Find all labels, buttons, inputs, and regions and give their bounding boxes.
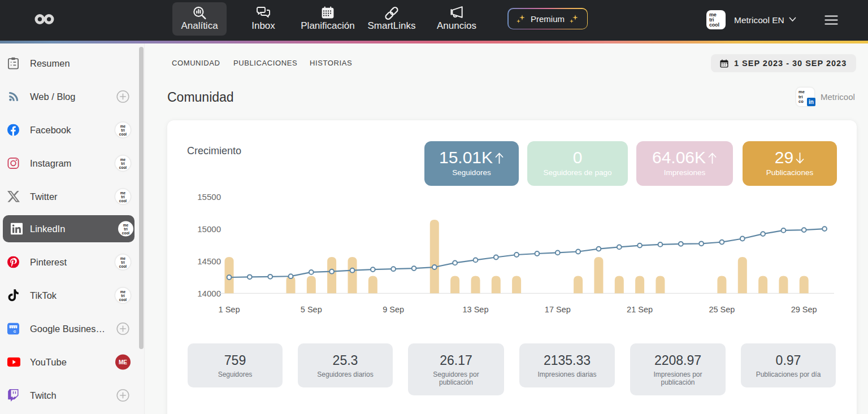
svg-text:9 Sep: 9 Sep — [383, 305, 404, 314]
svg-text:13 Sep: 13 Sep — [463, 305, 489, 314]
svg-text:1 Sep: 1 Sep — [219, 305, 240, 314]
svg-text:29 Sep: 29 Sep — [791, 305, 817, 314]
svg-text:21 Sep: 21 Sep — [627, 305, 653, 314]
svg-text:14500: 14500 — [197, 256, 221, 266]
svg-text:15500: 15500 — [197, 192, 221, 202]
svg-text:17 Sep: 17 Sep — [545, 305, 571, 314]
svg-text:G: G — [14, 329, 16, 333]
svg-text:15000: 15000 — [197, 224, 221, 234]
svg-text:25 Sep: 25 Sep — [709, 305, 735, 314]
svg-text:5 Sep: 5 Sep — [301, 305, 322, 314]
svg-text:14000: 14000 — [197, 289, 221, 298]
